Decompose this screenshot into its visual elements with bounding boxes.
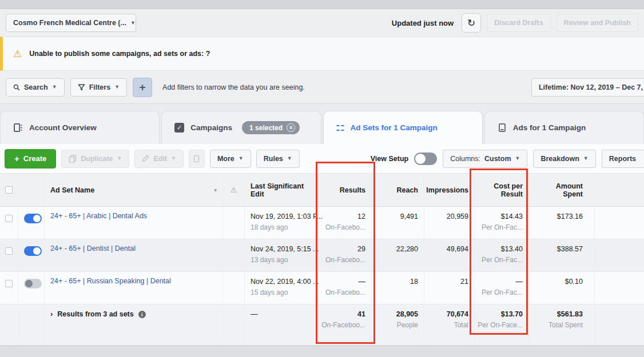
summary-label: Results from 3 ad sets xyxy=(57,310,133,319)
ad-set-status-toggle[interactable] xyxy=(24,279,42,288)
tab-campaigns[interactable]: ✓ Campaigns 1 selected × xyxy=(161,111,321,144)
view-setup-label: View Setup xyxy=(371,155,408,163)
caret-down-icon: ▼ xyxy=(515,156,520,161)
warning-icon: ⚠ xyxy=(13,49,22,59)
ads-icon xyxy=(498,123,507,133)
refresh-button[interactable]: ↻ xyxy=(462,13,481,33)
caret-down-icon: ▼ xyxy=(130,21,136,26)
summary-amount-type: Total Spent xyxy=(548,320,583,330)
view-setup-toggle[interactable] xyxy=(414,153,437,165)
summary-filler xyxy=(595,304,644,345)
columns-button[interactable]: Columns: Custom ▼ xyxy=(443,150,527,168)
row-warning-cell xyxy=(223,207,245,239)
warning-outline-icon: ⚠ xyxy=(229,186,238,194)
header-cost-per-result[interactable]: Cost per Result xyxy=(475,174,529,206)
review-and-publish-label: Review and Publish xyxy=(564,19,631,27)
account-selector-label: Cosmo French Medical Centre (... xyxy=(13,19,126,27)
tab-ad-sets-label: Ad Sets for 1 Campaign xyxy=(351,123,438,132)
row-checkbox[interactable] xyxy=(5,215,13,222)
row-checkbox[interactable] xyxy=(5,247,13,255)
header-last-edit[interactable]: Last Significant Edit xyxy=(245,174,318,206)
ad-set-name-header-label: Ad Set Name xyxy=(50,186,94,194)
more-button[interactable]: More ▼ xyxy=(210,150,251,168)
header-ad-set-name[interactable]: Ad Set Name ▾ xyxy=(45,174,223,206)
more-label: More xyxy=(217,155,234,163)
row-amount-cell: $388.57 xyxy=(529,239,595,271)
ads-manager-page: Cosmo French Medical Centre (... ▼ Updat… xyxy=(0,0,644,357)
account-selector-dropdown[interactable]: Cosmo French Medical Centre (... ▼ xyxy=(6,14,136,32)
tab-ad-sets[interactable]: Ad Sets for 1 Campaign xyxy=(323,111,483,144)
caret-down-icon: ▼ xyxy=(52,85,57,90)
row-toggle-cell xyxy=(18,207,45,239)
last-edit-ago: 18 days ago xyxy=(251,223,312,232)
summary-reach-value: 28,905 xyxy=(396,310,418,319)
select-all-checkbox[interactable] xyxy=(5,186,13,194)
edit-label: Edit xyxy=(153,155,167,163)
results-value: 29 xyxy=(357,244,365,254)
summary-cost-cell: $13.70 Per On-Face... xyxy=(475,304,529,345)
plus-icon: + xyxy=(140,81,146,94)
row-checkbox[interactable] xyxy=(5,280,13,287)
breakdown-button[interactable]: Breakdown ▼ xyxy=(533,150,595,168)
row-warning-cell xyxy=(223,272,245,304)
edit-button[interactable]: Edit ▼ xyxy=(134,150,184,168)
tab-account-overview[interactable]: Account Overview xyxy=(0,111,160,144)
rules-button[interactable]: Rules ▼ xyxy=(256,150,300,168)
last-edit-ago: 13 days ago xyxy=(251,255,312,264)
cost-type: Per On-Fac... xyxy=(482,288,523,297)
table-toolbar: + Create Duplicate ▼ Edit ▼ More ▼ Rule xyxy=(0,144,644,174)
row-amount-cell: $173.16 xyxy=(529,207,595,239)
header-impressions[interactable]: Impressions xyxy=(424,174,475,206)
summary-reach-cell: 28,905 People xyxy=(372,304,424,345)
chevron-right-icon[interactable]: › xyxy=(50,310,53,318)
amount-value: $173.16 xyxy=(557,212,583,222)
table-row: 24+ - 65+ | Russian Speaking | Dental No… xyxy=(0,272,644,304)
info-icon[interactable]: i xyxy=(138,311,146,318)
filter-funnel-icon xyxy=(78,84,85,91)
last-edit-value: Nov 22, 2019, 4:00 ... xyxy=(251,277,312,287)
clear-selection-icon[interactable]: × xyxy=(287,123,295,132)
row-name-cell: 24+ - 65+ | Russian Speaking | Dental xyxy=(45,272,223,304)
refresh-icon: ↻ xyxy=(467,17,475,29)
caret-down-icon: ▼ xyxy=(117,156,122,161)
caret-down-icon: ▼ xyxy=(114,85,120,90)
row-impressions-cell: 49,694 xyxy=(424,239,475,271)
add-filter-button[interactable]: + xyxy=(133,78,152,97)
ad-set-name-link[interactable]: 24+ - 65+ | Dentist | Dental xyxy=(50,244,217,252)
create-button[interactable]: + Create xyxy=(5,149,56,169)
summary-results-cell: 41 On-Faceboo... xyxy=(318,304,372,345)
amount-value: $388.57 xyxy=(557,244,583,254)
cost-type: Per On-Fac... xyxy=(482,255,523,264)
ad-set-status-toggle[interactable] xyxy=(24,246,42,256)
ad-set-name-link[interactable]: 24+ - 65+ | Russian Speaking | Dental xyxy=(50,277,217,285)
header-results[interactable]: Results xyxy=(318,174,372,206)
date-range-selector[interactable]: Lifetime: Nov 12, 2019 – Dec 7, xyxy=(531,78,644,97)
duplicate-label: Duplicate xyxy=(81,155,113,163)
columns-value-label: Custom xyxy=(484,155,511,163)
summary-amount-cell: $561.83 Total Spent xyxy=(529,304,595,345)
duplicate-button[interactable]: Duplicate ▼ xyxy=(61,150,129,168)
tab-ads[interactable]: Ads for 1 Campaign xyxy=(484,111,644,144)
ad-set-name-link[interactable]: 24+ - 65+ | Arabic | Dental Ads xyxy=(50,212,217,220)
row-results-cell: — On-Facebo... xyxy=(318,272,372,304)
review-and-publish-button[interactable]: Review and Publish xyxy=(556,14,638,32)
row-toggle-cell xyxy=(18,272,45,304)
search-dropdown-button[interactable]: Search ▼ xyxy=(6,78,65,97)
entity-tabs: Account Overview ✓ Campaigns 1 selected … xyxy=(0,104,644,144)
header-bar: Cosmo French Medical Centre (... ▼ Updat… xyxy=(0,9,644,37)
header-reach[interactable]: Reach xyxy=(372,174,424,206)
filters-label: Filters xyxy=(89,83,111,91)
delete-button[interactable] xyxy=(189,150,205,168)
impressions-header-label: Impressions xyxy=(426,186,468,194)
filters-dropdown-button[interactable]: Filters ▼ xyxy=(70,78,127,97)
reports-button[interactable]: Reports xyxy=(602,150,644,168)
ad-set-status-toggle[interactable] xyxy=(24,214,42,223)
header-amount-spent[interactable]: Amount Spent xyxy=(529,174,595,206)
browser-top-strip xyxy=(0,0,644,9)
row-last-edit-cell: Nov 19, 2019, 1:03 P... 18 days ago xyxy=(245,207,318,239)
row-cost-cell: $14.43 Per On-Fac... xyxy=(475,207,529,239)
sort-caret-icon[interactable]: ▾ xyxy=(214,187,217,193)
discard-drafts-button[interactable]: Discard Drafts xyxy=(487,14,550,32)
summary-cost-value: $13.70 xyxy=(501,310,523,319)
summary-label-cell: › Results from 3 ad sets i xyxy=(45,304,223,345)
